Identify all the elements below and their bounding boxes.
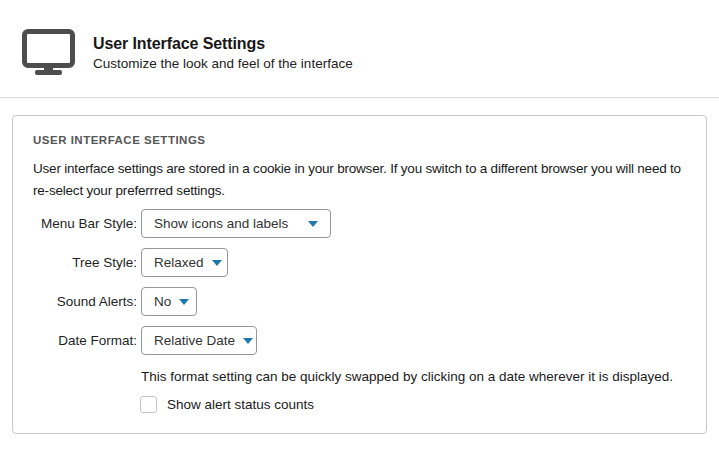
- caret-down-icon: [179, 299, 189, 305]
- monitor-icon: [22, 29, 75, 76]
- panel-heading: USER INTERFACE SETTINGS: [33, 134, 686, 146]
- alert-status-counts-label[interactable]: Show alert status counts: [167, 397, 314, 412]
- setting-row-menu-bar-style: Menu Bar Style: Show icons and labels: [33, 209, 686, 238]
- date-format-label: Date Format:: [33, 333, 137, 348]
- panel-description: User interface settings are stored in a …: [33, 158, 686, 202]
- tree-style-dropdown[interactable]: Relaxed: [141, 248, 228, 277]
- caret-down-icon: [243, 338, 253, 344]
- alert-status-counts-row: Show alert status counts: [140, 396, 686, 413]
- menu-bar-style-label: Menu Bar Style:: [33, 216, 137, 231]
- date-format-note: This format setting can be quickly swapp…: [141, 369, 686, 384]
- page-title: User Interface Settings: [93, 35, 353, 53]
- setting-row-tree-style: Tree Style: Relaxed: [33, 248, 686, 277]
- tree-style-label: Tree Style:: [33, 255, 137, 270]
- date-format-dropdown[interactable]: Relative Date: [141, 326, 257, 355]
- setting-row-date-format: Date Format: Relative Date: [33, 326, 686, 355]
- tree-style-value: Relaxed: [154, 255, 204, 270]
- ui-settings-panel: USER INTERFACE SETTINGS User interface s…: [12, 115, 707, 434]
- setting-row-sound-alerts: Sound Alerts: No: [33, 287, 686, 316]
- menu-bar-style-value: Show icons and labels: [154, 216, 288, 231]
- caret-down-icon: [308, 221, 318, 227]
- page-header: User Interface Settings Customize the lo…: [0, 0, 719, 98]
- date-format-value: Relative Date: [154, 333, 235, 348]
- menu-bar-style-dropdown[interactable]: Show icons and labels: [141, 209, 331, 238]
- sound-alerts-value: No: [154, 294, 171, 309]
- sound-alerts-label: Sound Alerts:: [33, 294, 137, 309]
- page-subtitle: Customize the look and feel of the inter…: [93, 56, 353, 71]
- header-text: User Interface Settings Customize the lo…: [93, 35, 353, 71]
- caret-down-icon: [212, 260, 222, 266]
- alert-status-counts-checkbox[interactable]: [140, 396, 157, 413]
- sound-alerts-dropdown[interactable]: No: [141, 287, 197, 316]
